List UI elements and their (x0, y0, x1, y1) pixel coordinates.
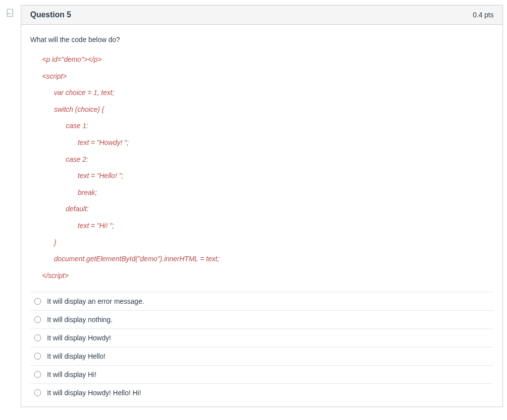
radio-icon[interactable] (34, 334, 41, 341)
question-body: What will the code below do? <p id="demo… (21, 25, 503, 407)
code-line: text = "Hi! "; (30, 218, 494, 234)
answer-label: It will display Howdy! Hello! Hi! (47, 389, 141, 397)
code-line: default: (30, 201, 494, 218)
radio-icon[interactable] (34, 389, 41, 396)
answers-list: It will display an error message. It wil… (30, 292, 494, 402)
code-line: text = "Hello! "; (30, 168, 494, 185)
question-card: Question 5 0.4 pts What will the code be… (21, 5, 503, 407)
code-line: document.getElementById("demo").innerHTM… (30, 251, 494, 268)
answer-option[interactable]: It will display an error message. (30, 292, 494, 310)
code-line: text = "Howdy! "; (30, 135, 494, 151)
answer-option[interactable]: It will display Howdy! Hello! Hi! (30, 383, 494, 402)
code-line: case 2: (30, 151, 494, 168)
quiz-container: Question 5 0.4 pts What will the code be… (4, 5, 503, 407)
answer-label: It will display Hi! (47, 371, 97, 378)
code-line: case 1: (30, 118, 494, 135)
code-block: <p id="demo"></p> <script> var choice = … (30, 51, 494, 284)
answer-option[interactable]: It will display Hi! (30, 365, 494, 383)
answer-label: It will display nothing. (47, 316, 112, 324)
code-line: <script> (30, 68, 494, 85)
answer-option[interactable]: It will display Hello! (30, 347, 494, 365)
code-line: break; (30, 185, 494, 201)
svg-rect-0 (7, 9, 13, 17)
answer-label: It will display an error message. (47, 297, 144, 305)
question-points: 0.4 pts (473, 11, 494, 19)
question-title: Question 5 (30, 10, 71, 19)
code-line: <p id="demo"></p> (30, 51, 494, 68)
answer-option[interactable]: It will display nothing. (30, 310, 494, 328)
question-prompt: What will the code below do? (30, 36, 494, 44)
radio-icon[interactable] (34, 353, 41, 360)
answer-label: It will display Howdy! (47, 334, 111, 342)
question-header: Question 5 0.4 pts (21, 5, 503, 25)
answer-label: It will display Hello! (47, 352, 105, 360)
radio-icon[interactable] (34, 371, 41, 378)
answer-option[interactable]: It will display Howdy! (30, 328, 494, 347)
drag-handle-icon[interactable] (4, 6, 16, 20)
code-line: var choice = 1, text; (30, 85, 494, 101)
radio-icon[interactable] (34, 298, 41, 305)
code-line: </script> (30, 268, 494, 284)
code-line: switch (choice) { (30, 101, 494, 118)
code-line: } (30, 234, 494, 251)
radio-icon[interactable] (34, 316, 41, 323)
